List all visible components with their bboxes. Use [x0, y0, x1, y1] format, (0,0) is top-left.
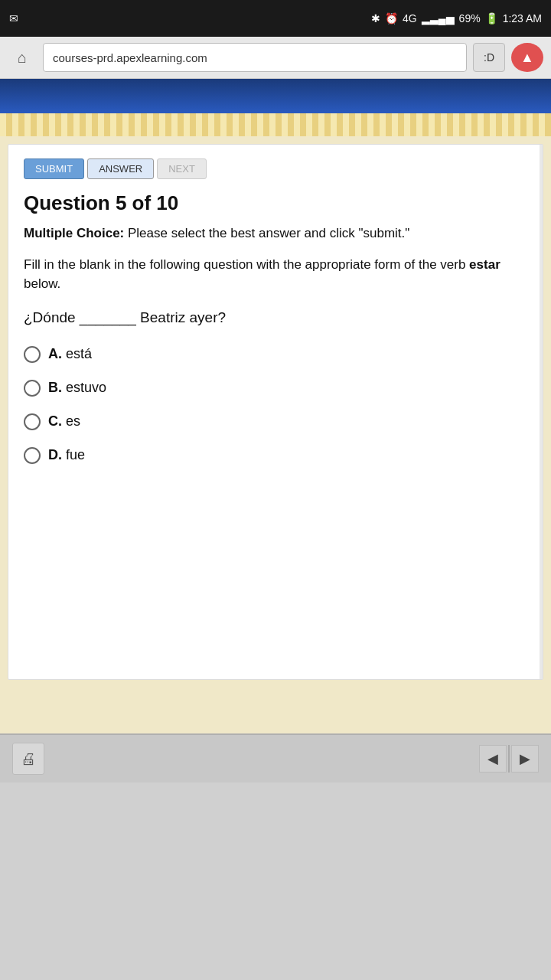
bottom-bar: 🖨 ◀ ▶ [0, 733, 551, 782]
radio-a[interactable] [24, 346, 41, 363]
options-list: A. está B. estuvo C. es [24, 346, 527, 464]
prompt-text: Fill in the blank in the following quest… [24, 257, 469, 272]
option-a-label: A. está [48, 346, 92, 362]
email-icon: ✉ [9, 12, 18, 24]
answer-button[interactable]: ANSWER [87, 158, 154, 179]
option-b-key: B. [48, 380, 62, 395]
option-c-key: C. [48, 413, 62, 429]
browser-chrome: ⌂ courses-prd.apexlearning.com :D ▲ [0, 37, 551, 79]
forward-icon: ▶ [520, 750, 530, 767]
battery-label: 69% [459, 12, 481, 24]
question-text: ¿Dónde _______ Beatriz ayer? [24, 309, 527, 326]
tab-button[interactable]: :D [473, 43, 505, 72]
signal-label: 4G [403, 12, 417, 24]
radio-b[interactable] [24, 380, 41, 397]
option-b-label: B. estuvo [48, 380, 106, 396]
verb-text: estar [469, 257, 500, 272]
tab-label: :D [484, 51, 494, 64]
question-number: Question 5 of 10 [24, 191, 527, 215]
option-a-value: está [66, 346, 92, 361]
back-icon: ◀ [487, 750, 498, 767]
bottom-gray-area [0, 782, 551, 936]
battery-icon: 🔋 [485, 12, 498, 24]
pattern-area [0, 113, 551, 136]
back-button[interactable]: ◀ [479, 745, 507, 773]
question-type: Multiple Choice: Please select the best … [24, 224, 527, 243]
radio-d[interactable] [24, 447, 41, 464]
nav-divider [508, 745, 510, 773]
print-icon: 🖨 [21, 750, 36, 768]
bluetooth-icon: ✱ [371, 12, 380, 24]
status-bar: ✉ ✱ ⏰ 4G ▂▃▄▅ 69% 🔋 1:23 AM [0, 0, 551, 37]
option-c-row[interactable]: C. es [24, 413, 527, 430]
status-left: ✉ [9, 12, 18, 24]
url-bar[interactable]: courses-prd.apexlearning.com [43, 43, 467, 72]
nav-arrows: ◀ ▶ [479, 745, 539, 773]
content-wrapper: SUBMIT ANSWER NEXT Question 5 of 10 Mult… [0, 136, 551, 733]
option-a-key: A. [48, 346, 62, 361]
upload-button[interactable]: ▲ [511, 43, 543, 72]
option-c-label: C. es [48, 413, 80, 430]
question-type-suffix: Please select the best answer and click … [124, 226, 409, 240]
home-button[interactable]: ⌂ [8, 43, 37, 72]
submit-button[interactable]: SUBMIT [24, 158, 84, 179]
forward-button[interactable]: ▶ [511, 745, 539, 773]
option-d-label: D. fue [48, 447, 85, 463]
option-d-row[interactable]: D. fue [24, 447, 527, 464]
clock-label: 1:23 AM [503, 12, 542, 24]
option-a-row[interactable]: A. está [24, 346, 527, 363]
upload-icon: ▲ [520, 50, 534, 66]
question-prompt: Fill in the blank in the following quest… [24, 255, 527, 294]
radio-c[interactable] [24, 413, 41, 430]
option-b-value: estuvo [66, 380, 106, 395]
option-d-value: fue [66, 447, 85, 462]
url-text: courses-prd.apexlearning.com [53, 51, 207, 64]
prompt-end: below. [24, 276, 60, 291]
status-right: ✱ ⏰ 4G ▂▃▄▅ 69% 🔋 1:23 AM [371, 12, 542, 24]
question-card: SUBMIT ANSWER NEXT Question 5 of 10 Mult… [8, 144, 543, 680]
question-type-prefix: Multiple Choice: [24, 226, 124, 240]
option-b-row[interactable]: B. estuvo [24, 380, 527, 397]
alarm-icon: ⏰ [385, 12, 398, 24]
option-d-key: D. [48, 447, 62, 462]
signal-bars-icon: ▂▃▄▅ [422, 12, 455, 24]
blue-banner [0, 79, 551, 113]
toolbar: SUBMIT ANSWER NEXT [24, 158, 527, 179]
print-button[interactable]: 🖨 [12, 743, 44, 775]
option-c-value: es [66, 413, 80, 429]
next-button[interactable]: NEXT [157, 158, 207, 179]
